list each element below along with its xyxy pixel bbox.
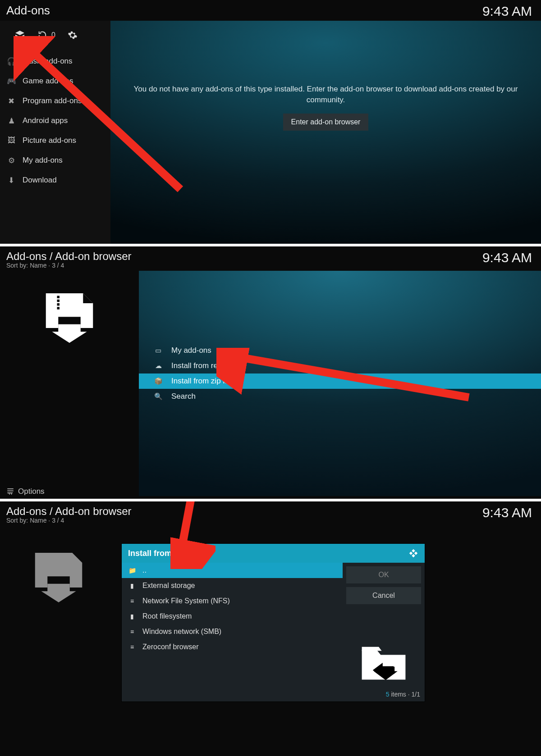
sidebar-item-label: Android apps — [23, 116, 68, 125]
file-item-network-file-system-nfs-[interactable]: ≡Network File System (NFS) — [122, 593, 343, 609]
menu-item-label: Search — [171, 392, 196, 401]
options-footer[interactable]: Options — [6, 487, 45, 496]
dialog-title: Install from zip file — [128, 549, 199, 558]
clock: 9:43 AM — [482, 4, 532, 19]
gamepad-icon: 🎮 — [6, 76, 16, 86]
sidebar-item-label: Picture add-ons — [23, 136, 76, 145]
file-item-zeroconf-browser[interactable]: ≡Zeroconf browser — [122, 639, 343, 655]
menu-item-search[interactable]: 🔍Search — [139, 389, 541, 404]
empty-message: You do not have any add-ons of this type… — [132, 84, 520, 105]
network-icon: ≡ — [128, 643, 136, 651]
header: Add-ons / Add-on browser Sort by: Name ·… — [0, 501, 541, 526]
sidebar-list: 🎧Music add-ons🎮Game add-ons✖Program add-… — [0, 51, 110, 190]
sidebar-toolbar: 0 — [0, 25, 110, 51]
page-title: Add-ons / Add-on browser — [6, 250, 132, 263]
kodi-logo-icon — [408, 548, 418, 558]
svg-rect-4 — [57, 300, 60, 302]
page-subtitle: Sort by: Name · 3 / 4 — [6, 517, 132, 524]
menu-item-label: Install from zip file — [171, 377, 233, 386]
gears-icon: ⚙ — [6, 155, 16, 165]
sidebar: 0 🎧Music add-ons🎮Game add-ons✖Program ad… — [0, 21, 110, 244]
sidebar-item-label: Music add-ons — [23, 57, 73, 66]
sidebar-item-download[interactable]: ⬇Download — [0, 170, 110, 190]
install-from-zip-dialog: Install from zip file 📁..▮External stora… — [122, 544, 425, 701]
cloud-down-icon: ☁ — [154, 362, 162, 370]
menu-item-my-add-ons[interactable]: ▭My add-ons — [139, 343, 541, 358]
network-icon: ≡ — [128, 628, 136, 635]
cancel-button[interactable]: Cancel — [346, 587, 421, 604]
refresh-icon[interactable] — [37, 30, 48, 41]
items-word: items · — [390, 691, 412, 698]
zip-icon: 📦 — [154, 377, 162, 385]
main-empty-area: You do not have any add-ons of this type… — [110, 21, 541, 244]
svg-rect-11 — [45, 554, 50, 575]
item-count: 5 — [386, 691, 390, 698]
options-label: Options — [18, 487, 45, 496]
file-item-label: Network File System (NFS) — [142, 597, 230, 605]
file-item-external-storage[interactable]: ▮External storage — [122, 578, 343, 593]
page-title: Add-ons — [6, 4, 50, 18]
sd-icon: ▮ — [128, 613, 136, 620]
enter-addon-browser-button[interactable]: Enter add-on browser — [283, 114, 369, 131]
file-item-root-filesystem[interactable]: ▮Root filesystem — [122, 609, 343, 624]
sidebar-item-music-add-ons[interactable]: 🎧Music add-ons — [0, 51, 110, 71]
sidebar-item-label: Program add-ons — [23, 96, 82, 105]
svg-marker-8 — [83, 293, 93, 303]
clock: 9:43 AM — [482, 505, 532, 520]
network-icon: ≡ — [128, 597, 136, 605]
screen-zip-dialog: Add-ons / Add-on browser Sort by: Name ·… — [0, 501, 541, 756]
sidebar-item-label: Download — [23, 176, 57, 185]
header: Add-ons 9:43 AM — [0, 0, 541, 21]
sidebar-preview — [0, 271, 139, 496]
ok-button[interactable]: OK — [346, 566, 421, 583]
header: Add-ons / Add-on browser Sort by: Name ·… — [0, 246, 541, 271]
zip-download-icon — [27, 553, 90, 602]
page-subtitle: Sort by: Name · 3 / 4 — [6, 262, 132, 269]
box-open-icon[interactable] — [14, 30, 25, 41]
monitor-icon: ▭ — [154, 346, 162, 355]
screen-addon-browser: Add-ons / Add-on browser Sort by: Name ·… — [0, 246, 541, 499]
file-item-label: External storage — [142, 582, 195, 590]
file-item-label: .. — [142, 566, 147, 574]
gear-icon[interactable] — [67, 30, 78, 41]
menu-item-label: My add-ons — [171, 346, 211, 355]
menu-item-install-from-zip-file[interactable]: 📦Install from zip file — [139, 373, 541, 389]
sidebar-item-label: My add-ons — [23, 156, 63, 165]
file-item-parent[interactable]: 📁.. — [122, 563, 343, 578]
folder-preview — [357, 640, 411, 685]
clock: 9:43 AM — [482, 250, 532, 265]
sidebar-item-game-add-ons[interactable]: 🎮Game add-ons — [0, 71, 110, 91]
page-indicator: 1/1 — [412, 691, 420, 698]
file-list: 📁..▮External storage≡Network File System… — [122, 563, 343, 689]
sidebar-preview — [0, 526, 117, 753]
svg-rect-5 — [57, 303, 60, 306]
sidebar-item-label: Game add-ons — [23, 77, 73, 86]
file-item-windows-network-smb-[interactable]: ≡Windows network (SMB) — [122, 624, 343, 639]
file-item-label: Windows network (SMB) — [142, 628, 221, 636]
browser-menu-area: ▭My add-ons☁Install from repository📦Inst… — [139, 271, 541, 496]
svg-rect-3 — [57, 296, 60, 299]
dialog-footer: 5 items · 1/1 — [122, 689, 425, 701]
sidebar-item-my-add-ons[interactable]: ⚙My add-ons — [0, 150, 110, 170]
dialog-side-panel: OK Cancel — [343, 563, 425, 689]
update-count: 0 — [51, 31, 55, 39]
folder-up-icon: 📁 — [128, 567, 136, 574]
options-icon — [6, 487, 14, 496]
sidebar-item-android-apps[interactable]: ♟Android apps — [0, 111, 110, 131]
download-icon: ⬇ — [6, 175, 16, 185]
file-item-label: Zeroconf browser — [142, 643, 199, 651]
sd-icon: ▮ — [128, 582, 136, 589]
file-item-label: Root filesystem — [142, 612, 192, 620]
android-icon: ♟ — [6, 116, 16, 126]
screen-addons: Add-ons 9:43 AM 0 🎧Music add-ons🎮Game ad… — [0, 0, 541, 244]
menu-item-label: Install from repository — [171, 361, 245, 370]
picture-icon: 🖼 — [6, 136, 16, 146]
page-title: Add-ons / Add-on browser — [6, 505, 132, 518]
sidebar-item-program-add-ons[interactable]: ✖Program add-ons — [0, 91, 110, 111]
menu-item-install-from-repository[interactable]: ☁Install from repository — [139, 358, 541, 373]
sidebar-item-picture-add-ons[interactable]: 🖼Picture add-ons — [0, 131, 110, 150]
search-icon: 🔍 — [154, 392, 162, 401]
headphones-icon: 🎧 — [6, 56, 16, 66]
dialog-title-bar: Install from zip file — [122, 544, 425, 563]
svg-rect-6 — [57, 307, 60, 310]
